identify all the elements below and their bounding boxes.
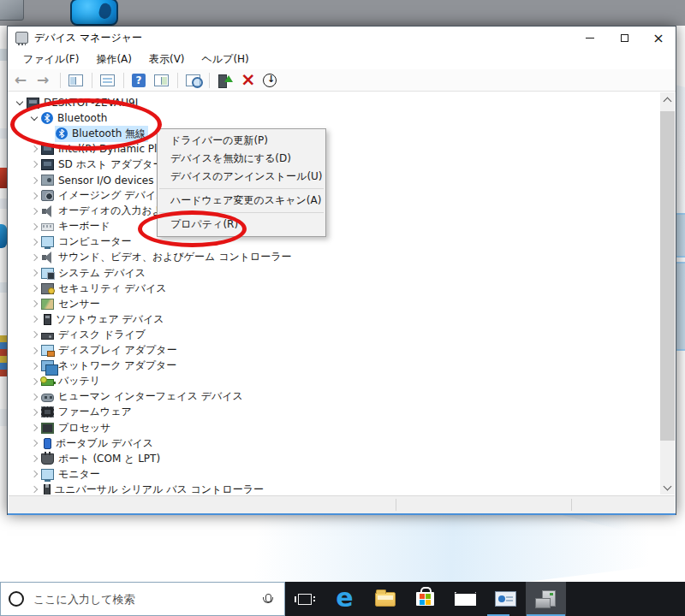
tree-item[interactable]: ファームウェア bbox=[9, 405, 660, 420]
chevron-right-icon[interactable] bbox=[28, 297, 40, 311]
titlebar[interactable]: デバイス マネージャー bbox=[8, 27, 676, 49]
tree-node[interactable]: ソフトウェア デバイス bbox=[40, 311, 167, 328]
tree-node[interactable]: コンピューター bbox=[40, 234, 134, 250]
tree-node[interactable]: DESKTOP-2EVAU9I bbox=[26, 96, 140, 110]
taskbar-app-edge[interactable]: e bbox=[325, 582, 365, 616]
chevron-right-icon[interactable] bbox=[28, 375, 40, 388]
tree-node[interactable]: ディスク ドライブ bbox=[40, 327, 148, 343]
show-hide-console-tree-icon[interactable] bbox=[67, 72, 86, 89]
tree-item[interactable]: オーディオの入力および出力 bbox=[9, 204, 660, 219]
tree-node[interactable]: イメージング デバイス bbox=[40, 187, 169, 204]
tree-item[interactable]: イメージング デバイス bbox=[9, 188, 660, 204]
tree-node[interactable]: サウンド、ビデオ、およびゲーム コントローラー bbox=[40, 249, 295, 265]
tree-node[interactable]: センサー bbox=[40, 296, 103, 312]
close-button[interactable] bbox=[641, 27, 676, 49]
chevron-right-icon[interactable] bbox=[28, 328, 40, 341]
chevron-right-icon[interactable] bbox=[28, 220, 40, 234]
chevron-right-icon[interactable] bbox=[28, 359, 40, 373]
chevron-right-icon[interactable] bbox=[28, 266, 40, 280]
chevron-right-icon[interactable] bbox=[28, 390, 40, 404]
tree-node[interactable]: キーボード bbox=[40, 218, 113, 234]
menu-item[interactable]: デバイスのアンインストール(U) bbox=[158, 168, 325, 186]
chevron-right-icon[interactable] bbox=[28, 142, 40, 156]
chevron-right-icon[interactable] bbox=[28, 189, 40, 203]
chevron-right-icon[interactable] bbox=[28, 174, 40, 187]
tree-node[interactable]: ネットワーク アダプター bbox=[40, 358, 179, 374]
tree-item[interactable]: キーボード bbox=[9, 219, 660, 234]
scrollbar-thumb[interactable] bbox=[660, 111, 675, 441]
chevron-right-icon[interactable] bbox=[28, 406, 40, 419]
action-pane-icon[interactable] bbox=[152, 72, 171, 89]
taskbar-app-device-manager[interactable] bbox=[526, 582, 566, 616]
taskbar-app-control-panel[interactable] bbox=[485, 582, 526, 616]
tree-node[interactable]: ユニバーサル シリアル バス コントローラー bbox=[40, 482, 266, 495]
tree-node[interactable]: プロセッサ bbox=[40, 420, 113, 436]
tree-node[interactable]: ディスプレイ アダプター bbox=[40, 342, 180, 358]
chevron-right-icon[interactable] bbox=[28, 281, 40, 295]
scan-hardware-changes-icon[interactable] bbox=[184, 72, 203, 89]
tree-item[interactable]: Bluetooth 無線 bbox=[9, 126, 660, 141]
tree-item[interactable]: SD ホスト アダプター bbox=[9, 157, 660, 172]
properties-icon[interactable] bbox=[98, 72, 117, 89]
tree-item[interactable]: Bluetooth bbox=[9, 110, 660, 126]
menubar-item[interactable]: ヘルプ(H) bbox=[194, 50, 258, 69]
menu-item[interactable]: デバイスを無効にする(D) bbox=[158, 150, 325, 168]
chevron-right-icon[interactable] bbox=[28, 467, 40, 481]
menu-item[interactable]: ドライバーの更新(P) bbox=[158, 132, 325, 150]
search-input[interactable] bbox=[32, 592, 263, 607]
tree-node[interactable]: Bluetooth bbox=[40, 111, 110, 125]
taskbar-search[interactable] bbox=[0, 582, 285, 616]
chevron-down-icon[interactable] bbox=[28, 111, 40, 125]
tree-item[interactable]: ディスプレイ アダプター bbox=[9, 343, 660, 358]
update-driver-icon[interactable] bbox=[216, 72, 235, 89]
menu-item-properties[interactable]: プロパティ(R) bbox=[158, 216, 325, 234]
recycle-bin-icon[interactable] bbox=[70, 0, 118, 26]
tree-item[interactable]: ポータブル デバイス bbox=[9, 435, 660, 451]
uninstall-device-icon[interactable] bbox=[238, 72, 257, 89]
tree-item[interactable]: ソフトウェア デバイス bbox=[9, 311, 660, 327]
maximize-button[interactable] bbox=[607, 27, 641, 49]
chevron-right-icon[interactable] bbox=[28, 421, 40, 435]
help-icon[interactable] bbox=[130, 72, 149, 89]
tree-node[interactable]: SD ホスト アダプター bbox=[40, 157, 165, 173]
tree-item[interactable]: DESKTOP-2EVAU9I bbox=[9, 95, 660, 110]
minimize-button[interactable] bbox=[573, 27, 607, 49]
chevron-right-icon[interactable] bbox=[28, 452, 40, 465]
chevron-right-icon[interactable] bbox=[28, 157, 40, 171]
tree-item[interactable]: Sensor I/O devices bbox=[9, 172, 660, 187]
tree-item[interactable]: ユニバーサル シリアル バス コントローラー bbox=[9, 482, 660, 495]
disable-device-icon[interactable] bbox=[260, 72, 279, 89]
forward-icon[interactable] bbox=[35, 72, 54, 89]
taskbar-app-mail[interactable] bbox=[445, 582, 485, 616]
selected-tree-node[interactable]: Bluetooth 無線 bbox=[55, 126, 148, 142]
tree-item[interactable]: モニター bbox=[9, 466, 660, 482]
tree-item[interactable]: Intel(R) Dynamic Platform and Thermal Fr… bbox=[9, 141, 660, 157]
menu-item[interactable]: ハードウェア変更のスキャン(A) bbox=[158, 192, 325, 210]
tree-node[interactable]: システム デバイス bbox=[40, 265, 148, 281]
tree-item[interactable]: ネットワーク アダプター bbox=[9, 358, 660, 374]
chevron-right-icon[interactable] bbox=[28, 436, 40, 450]
menubar-item[interactable]: 操作(A) bbox=[87, 50, 140, 69]
tree-node[interactable]: ファームウェア bbox=[40, 404, 134, 420]
tree-item[interactable]: システム デバイス bbox=[9, 265, 660, 281]
cortana-icon[interactable] bbox=[9, 591, 24, 607]
tree-node[interactable]: ヒューマン インターフェイス デバイス bbox=[40, 388, 246, 405]
chevron-right-icon[interactable] bbox=[28, 344, 40, 358]
tree-node[interactable]: モニター bbox=[40, 466, 103, 483]
taskbar-app-file-explorer[interactable] bbox=[365, 582, 405, 616]
menubar-item[interactable]: 表示(V) bbox=[140, 50, 194, 69]
tree-node[interactable]: セキュリティ デバイス bbox=[40, 281, 170, 297]
taskbar-app-store[interactable] bbox=[405, 582, 445, 616]
task-view-button[interactable] bbox=[285, 582, 325, 616]
tree-item[interactable]: サウンド、ビデオ、およびゲーム コントローラー bbox=[9, 250, 660, 265]
tree-item[interactable]: セキュリティ デバイス bbox=[9, 281, 660, 296]
tree-node[interactable]: Sensor I/O devices bbox=[40, 174, 156, 187]
microphone-icon[interactable] bbox=[263, 594, 272, 604]
tree-item[interactable]: センサー bbox=[9, 296, 660, 311]
chevron-right-icon[interactable] bbox=[28, 251, 40, 264]
tree-item[interactable]: ディスク ドライブ bbox=[9, 327, 660, 342]
tree-item[interactable]: ヒューマン インターフェイス デバイス bbox=[9, 389, 660, 405]
tree-item[interactable]: コンピューター bbox=[9, 234, 660, 250]
scroll-down-button[interactable] bbox=[660, 480, 675, 495]
scrollbar[interactable] bbox=[660, 92, 675, 495]
